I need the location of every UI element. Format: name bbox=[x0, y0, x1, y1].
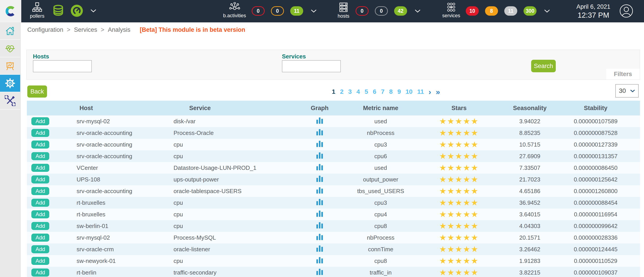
metric-name-cell: used bbox=[352, 115, 410, 127]
stars-cell: ★★★★★ bbox=[410, 244, 508, 255]
sidebar-item-reporting[interactable] bbox=[0, 57, 20, 75]
add-button[interactable]: Add bbox=[31, 129, 49, 137]
star-rating: ★★★★★ bbox=[439, 256, 479, 265]
graph-icon[interactable] bbox=[316, 268, 324, 277]
hosts-status-badge[interactable]: 42 bbox=[394, 6, 407, 16]
b-activities-chevron-down-icon[interactable] bbox=[311, 9, 317, 14]
add-button[interactable]: Add bbox=[31, 257, 49, 265]
topbar-pollers[interactable]: pollers bbox=[27, 2, 48, 19]
graph-icon[interactable] bbox=[316, 128, 324, 138]
add-button[interactable]: Add bbox=[31, 269, 49, 277]
breadcrumb-analysis[interactable]: Analysis bbox=[108, 26, 130, 33]
page-2[interactable]: 2 bbox=[340, 88, 344, 95]
last-page-button[interactable]: » bbox=[436, 89, 440, 95]
sidebar-item-monitoring[interactable] bbox=[0, 40, 20, 57]
services-status-badge[interactable]: 8 bbox=[485, 6, 498, 16]
topbar-hosts[interactable]: hosts bbox=[335, 2, 352, 19]
hosts-status-badge[interactable]: 0 bbox=[356, 6, 368, 16]
sidebar-item-configuration[interactable] bbox=[0, 75, 20, 92]
page-1[interactable]: 1 bbox=[332, 88, 336, 95]
column-graph: Graph bbox=[288, 101, 352, 115]
topbar-b-activities[interactable]: b.activities bbox=[220, 2, 248, 18]
services-status-badge[interactable]: 300 bbox=[524, 6, 536, 16]
column-stability: Stability bbox=[551, 101, 640, 115]
graph-icon[interactable] bbox=[316, 233, 324, 243]
graph-icon[interactable] bbox=[316, 140, 324, 149]
graph-icon[interactable] bbox=[316, 256, 324, 266]
topbar-services[interactable]: services bbox=[439, 2, 464, 18]
breadcrumb-services[interactable]: Services bbox=[74, 26, 97, 33]
b-activities-status-badge[interactable]: 0 bbox=[252, 6, 265, 16]
services-filter-input[interactable] bbox=[282, 60, 341, 72]
page-6[interactable]: 6 bbox=[373, 88, 376, 95]
graph-icon[interactable] bbox=[316, 163, 324, 173]
add-button[interactable]: Add bbox=[31, 199, 49, 207]
graph-icon[interactable] bbox=[316, 221, 324, 231]
add-button[interactable]: Add bbox=[31, 210, 49, 218]
next-page-button[interactable]: › bbox=[428, 89, 431, 95]
database-icon[interactable] bbox=[52, 4, 64, 17]
search-button[interactable]: Search bbox=[531, 60, 556, 72]
hosts-chevron-down-icon[interactable] bbox=[415, 9, 420, 14]
add-button[interactable]: Add bbox=[31, 245, 49, 253]
page-10[interactable]: 10 bbox=[406, 88, 412, 95]
user-avatar[interactable] bbox=[619, 4, 633, 19]
back-button[interactable]: Back bbox=[27, 85, 47, 98]
page-4[interactable]: 4 bbox=[356, 88, 360, 95]
b-activities-status-badge[interactable]: 11 bbox=[290, 6, 303, 16]
stability-cell: 0.000000087528 bbox=[551, 127, 640, 139]
add-button[interactable]: Add bbox=[31, 152, 49, 160]
add-button[interactable]: Add bbox=[31, 234, 49, 242]
add-cell: Add bbox=[27, 197, 54, 209]
add-button[interactable]: Add bbox=[31, 187, 49, 195]
host-cell: rt-berlin bbox=[54, 267, 160, 277]
hosts-filter-input[interactable] bbox=[33, 60, 92, 72]
add-button[interactable]: Add bbox=[31, 117, 49, 125]
page-7[interactable]: 7 bbox=[381, 88, 384, 95]
breadcrumb-configuration[interactable]: Configuration bbox=[27, 26, 63, 33]
b-activities-status-badge[interactable]: 0 bbox=[271, 6, 284, 16]
graph-icon[interactable] bbox=[316, 175, 324, 184]
graph-icon[interactable] bbox=[316, 151, 324, 161]
page-5[interactable]: 5 bbox=[364, 88, 368, 95]
graph-cell bbox=[288, 127, 352, 139]
service-cell: Process-MySQL bbox=[160, 232, 288, 244]
page-8[interactable]: 8 bbox=[389, 88, 393, 95]
centreon-logo[interactable] bbox=[0, 0, 21, 22]
graph-icon[interactable] bbox=[316, 210, 324, 219]
add-button[interactable]: Add bbox=[31, 175, 49, 184]
pagination: 1234567891011›» bbox=[332, 88, 440, 95]
b-activities-counters: 0011 bbox=[252, 6, 317, 16]
graph-icon[interactable] bbox=[316, 198, 324, 208]
add-button[interactable]: Add bbox=[31, 164, 49, 172]
pollers-chevron-down-icon[interactable] bbox=[90, 9, 96, 13]
stars-cell: ★★★★★ bbox=[410, 255, 508, 267]
add-button[interactable]: Add bbox=[31, 222, 49, 230]
metric-name-cell: cpu3 bbox=[352, 197, 410, 209]
clock: April 6, 2021 12:37 PM bbox=[574, 3, 612, 20]
service-cell: cpu bbox=[160, 139, 288, 150]
page-3[interactable]: 3 bbox=[348, 88, 352, 95]
metric-name-cell: nbProcess bbox=[352, 232, 410, 244]
table-row: Addrt-bruxellescpucpu3★★★★★36.94520.0000… bbox=[27, 197, 640, 209]
hosts-status-badge[interactable]: 0 bbox=[375, 6, 388, 16]
gauge-icon[interactable] bbox=[70, 4, 83, 17]
page-size-select[interactable]: 30 bbox=[615, 84, 639, 98]
seasonality-cell: 36.9452 bbox=[508, 197, 551, 209]
graph-icon[interactable] bbox=[316, 186, 324, 196]
services-chevron-down-icon[interactable] bbox=[544, 9, 550, 14]
topbar: pollers bbox=[0, 0, 644, 22]
page-11[interactable]: 11 bbox=[417, 88, 424, 95]
services-status-badge[interactable]: 11 bbox=[504, 6, 517, 16]
graph-icon[interactable] bbox=[316, 117, 324, 126]
stars-cell: ★★★★★ bbox=[410, 220, 508, 232]
graph-icon[interactable] bbox=[316, 245, 324, 254]
breadcrumb: Configuration > Services > Analysis [Bet… bbox=[27, 26, 245, 33]
services-status-badge[interactable]: 10 bbox=[466, 6, 479, 16]
filters-toggle-tab[interactable]: Filters bbox=[606, 69, 640, 79]
page-9[interactable]: 9 bbox=[398, 88, 401, 95]
sidebar-item-administration[interactable] bbox=[0, 92, 20, 110]
add-cell: Add bbox=[27, 127, 54, 139]
add-button[interactable]: Add bbox=[31, 141, 49, 149]
sidebar-item-home[interactable] bbox=[0, 22, 20, 40]
